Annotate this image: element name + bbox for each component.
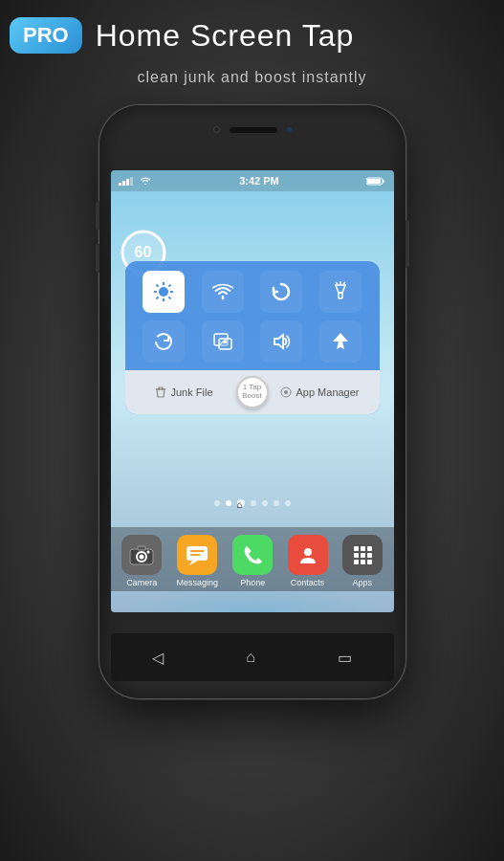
screenshot-button[interactable] — [202, 320, 244, 363]
nav-dot-2: ⌂ — [237, 499, 245, 507]
svg-rect-36 — [186, 546, 208, 561]
status-time: 3:42 PM — [239, 175, 279, 187]
flashlight-button[interactable] — [319, 271, 362, 313]
control-panel[interactable]: Junk File 1 TapBoost App Manager — [125, 261, 380, 414]
svg-marker-18 — [336, 285, 345, 293]
svg-rect-45 — [361, 553, 365, 558]
home-button[interactable]: ⌂ — [246, 649, 255, 666]
svg-rect-3 — [130, 177, 133, 186]
svg-line-15 — [169, 297, 171, 298]
boost-button[interactable]: 1 TapBoost — [236, 376, 269, 408]
sync-icon — [271, 281, 292, 302]
volume-icon — [271, 331, 292, 352]
svg-line-21 — [336, 282, 338, 284]
dock-app-messaging[interactable]: Messaging — [176, 535, 218, 587]
nav-dot-3 — [251, 500, 256, 506]
subtitle: clean junk and boost instantly — [0, 69, 504, 86]
svg-line-14 — [157, 285, 159, 287]
svg-rect-42 — [361, 546, 365, 551]
screenshot-icon — [212, 331, 233, 352]
phone-icon — [232, 535, 273, 575]
nav-dot-4 — [262, 500, 268, 506]
svg-rect-41 — [354, 546, 359, 551]
nav-dot-5 — [274, 500, 279, 506]
rotate-icon — [153, 331, 174, 352]
nav-dot-1 — [226, 500, 231, 506]
pro-badge: PRO — [10, 17, 82, 54]
app-manager-label: App Manager — [296, 386, 359, 398]
svg-line-22 — [343, 282, 345, 284]
phone-screen: 3:42 PM 60 — [111, 170, 394, 612]
messaging-icon — [177, 535, 217, 575]
nav-dots: ⌂ — [111, 499, 394, 507]
signal-icon — [119, 176, 136, 186]
phone-label: Phone — [240, 578, 265, 587]
svg-rect-46 — [367, 553, 372, 558]
wifi-button[interactable] — [202, 271, 244, 313]
svg-rect-19 — [339, 293, 342, 298]
nav-dot-0 — [214, 500, 220, 506]
wifi-icon — [139, 176, 152, 186]
sensor — [287, 127, 292, 132]
svg-point-35 — [147, 551, 150, 554]
wifi-panel-icon — [212, 283, 233, 300]
app-manager-button[interactable]: App Manager — [269, 386, 372, 398]
phone-nav-bar: ◁ ⌂ ▭ — [111, 633, 394, 681]
svg-point-30 — [284, 390, 288, 394]
svg-rect-0 — [119, 183, 121, 186]
header: PRO Home Screen Tap — [0, 17, 504, 54]
svg-point-9 — [159, 287, 168, 297]
svg-rect-6 — [367, 179, 381, 184]
apps-icon — [342, 535, 383, 575]
speaker — [230, 127, 277, 133]
phone-wrapper: 3:42 PM 60 — [99, 105, 405, 698]
recent-button[interactable]: ▭ — [338, 649, 352, 667]
back-button[interactable]: ◁ — [152, 649, 164, 667]
camera-icon — [121, 535, 162, 575]
brightness-icon — [153, 281, 174, 302]
svg-line-16 — [169, 285, 171, 287]
svg-rect-2 — [126, 179, 129, 186]
rotate-button[interactable] — [142, 320, 185, 363]
dock-app-contacts[interactable]: Contacts — [288, 535, 328, 587]
svg-rect-1 — [122, 181, 125, 186]
battery-icon — [366, 176, 385, 186]
volume-button[interactable] — [260, 320, 302, 363]
app-manager-icon — [280, 386, 292, 398]
panel-row-1 — [135, 271, 370, 313]
svg-rect-5 — [383, 180, 384, 183]
svg-rect-47 — [354, 560, 359, 564]
airplane-icon — [330, 331, 351, 352]
sync-button[interactable] — [260, 271, 302, 313]
speed-number: 60 — [135, 244, 152, 261]
svg-point-40 — [304, 548, 312, 556]
apps-label: Apps — [353, 578, 373, 587]
phone-top-area — [213, 126, 292, 133]
contacts-icon — [288, 535, 328, 575]
panel-bottom: Junk File 1 TapBoost App Manager — [125, 370, 380, 414]
messaging-label: Messaging — [176, 578, 218, 587]
svg-point-33 — [140, 555, 144, 560]
svg-line-17 — [157, 297, 159, 298]
status-bar: 3:42 PM — [111, 170, 394, 191]
junk-file-label: Junk File — [170, 386, 212, 398]
airplane-button[interactable] — [319, 320, 362, 363]
svg-rect-43 — [367, 546, 372, 551]
junk-icon — [155, 386, 166, 398]
svg-rect-34 — [138, 546, 145, 550]
flashlight-icon — [334, 281, 347, 302]
dock-app-camera[interactable]: Camera — [121, 535, 162, 587]
svg-rect-48 — [361, 560, 365, 564]
front-camera — [213, 126, 220, 133]
svg-rect-49 — [367, 560, 372, 564]
app-dock: Camera Messaging — [111, 527, 394, 591]
dock-app-phone[interactable]: Phone — [232, 535, 273, 587]
dock-app-apps[interactable]: Apps — [342, 535, 383, 587]
contacts-label: Contacts — [291, 578, 325, 587]
junk-file-button[interactable]: Junk File — [133, 386, 236, 398]
brightness-button[interactable] — [142, 271, 185, 313]
svg-marker-37 — [189, 561, 198, 565]
svg-marker-27 — [274, 335, 283, 348]
phone-outer: 3:42 PM 60 — [99, 105, 405, 698]
panel-row-2 — [135, 320, 370, 363]
